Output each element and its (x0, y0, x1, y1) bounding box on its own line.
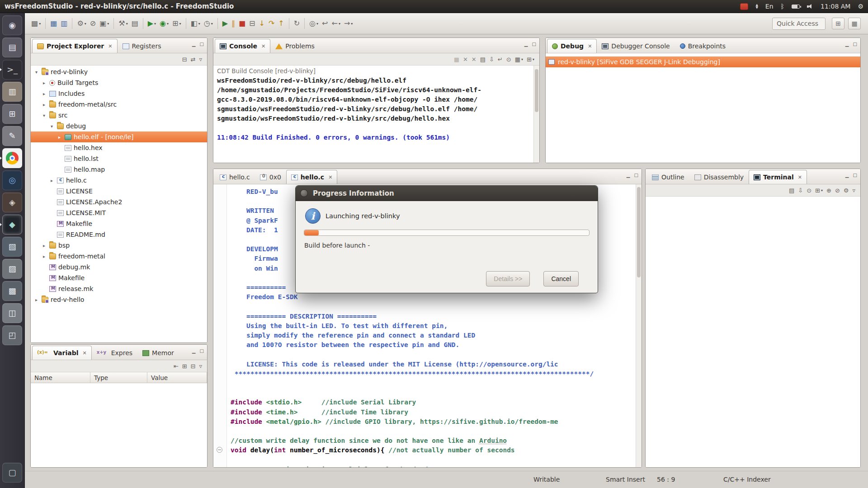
coverage-icon[interactable]: ◧▾ (189, 18, 202, 30)
launcher-freedomstudio[interactable]: ◆ (2, 215, 22, 235)
disconnect-terminal-icon[interactable]: ⊘ (834, 185, 841, 195)
open-perspective-icon[interactable]: ⊞ (832, 18, 844, 29)
outline-tab-outline[interactable]: Outline (647, 170, 689, 184)
console-scrollbar[interactable] (533, 66, 539, 163)
expander-icon[interactable]: ▸ (41, 91, 47, 96)
maximize-icon[interactable]: □ (853, 173, 857, 178)
tree-item-readme-md[interactable]: README.md (31, 229, 207, 240)
run-icon[interactable]: ▶▾ (146, 18, 157, 30)
debug-tab-debugger-console[interactable]: Debugger Console (597, 39, 675, 53)
maximize-icon[interactable]: □ (532, 42, 536, 47)
editor-tab-hello-c[interactable]: hello.c (215, 170, 255, 184)
launcher-dash-home[interactable]: ◉ (2, 15, 22, 35)
minimize-icon[interactable]: ▁ (627, 173, 630, 178)
last-edit-location-icon[interactable]: ↩ (321, 18, 329, 30)
word-wrap-icon[interactable]: ↵ (496, 54, 504, 64)
variables-tab-memor[interactable]: Memor (137, 346, 179, 360)
add-variable-icon[interactable]: ⊞ (181, 361, 189, 371)
launcher-chrome[interactable] (2, 148, 22, 168)
tree-item-bsp[interactable]: ▸bsp (31, 240, 207, 251)
maximize-icon[interactable]: □ (634, 173, 638, 178)
disconnect-icon[interactable]: ⊟ (248, 18, 256, 30)
cpp-perspective-icon[interactable]: ▦ (848, 18, 861, 29)
launcher-terminal[interactable]: >_ (2, 60, 22, 80)
maximize-icon[interactable]: □ (200, 42, 204, 47)
outline-tab-terminal[interactable]: Terminal✕ (749, 170, 807, 184)
minimize-icon[interactable]: ▁ (845, 42, 849, 47)
expander-icon[interactable]: ▾ (49, 124, 55, 129)
display-selected-console-icon[interactable]: ▦▾ (514, 54, 524, 64)
clear-terminal-icon[interactable]: ▤ (788, 185, 796, 195)
launcher-calculator[interactable]: ⊞ (2, 104, 22, 124)
terminate-icon[interactable]: ■ (453, 54, 461, 64)
tree-item-red-v-blinky[interactable]: ▾red-v-blinky (31, 66, 207, 77)
open-console-icon[interactable]: ⊞▾ (525, 54, 536, 64)
pin-terminal-icon[interactable]: ⊙ (805, 185, 813, 195)
step-return-icon[interactable]: ↑ (277, 18, 285, 30)
minimize-icon[interactable]: ▁ (524, 42, 528, 47)
remove-launch-icon[interactable]: ✕ (462, 54, 469, 64)
collapse-all-icon[interactable]: ⊟ (181, 54, 189, 64)
debug-icon[interactable]: ◉▾ (158, 18, 170, 30)
tree-item-makefile[interactable]: Makefile (31, 272, 207, 283)
clear-console-icon[interactable]: ▤ (479, 54, 487, 64)
suspend-icon[interactable]: ∥ (230, 18, 236, 30)
remove-all-launches-icon[interactable]: ✕ (470, 54, 478, 64)
tree-item-build-targets[interactable]: ▸Build Targets (31, 77, 207, 88)
tree-item-debug-mk[interactable]: debug.mk (31, 262, 207, 272)
scroll-lock-icon[interactable]: ⇩ (797, 185, 804, 195)
tree-item-freedom-metal[interactable]: ▸freedom-metal (31, 251, 207, 262)
expander-icon[interactable]: ▾ (33, 70, 39, 75)
mark-occurrences-icon[interactable]: ▣▾ (98, 18, 110, 30)
close-icon[interactable] (300, 189, 308, 197)
session-gear-icon[interactable]: ⚙ (858, 3, 863, 10)
console-tab-console[interactable]: Console✕ (215, 39, 270, 53)
terminal-body[interactable] (646, 197, 860, 467)
scrollbar-thumb[interactable] (637, 187, 641, 277)
tree-item-release-mk[interactable]: release.mk (31, 283, 207, 294)
expander-icon[interactable]: ▾ (41, 113, 47, 118)
tree-item-red-v-hello[interactable]: ▸red-v-hello (31, 294, 207, 305)
connect-terminal-icon[interactable]: ⊕ (825, 185, 833, 195)
dialog-titlebar[interactable]: Progress Information (296, 186, 598, 201)
indicator-icon[interactable] (740, 3, 748, 10)
tree-item-src[interactable]: ▾src (31, 110, 207, 121)
expander-icon[interactable]: ▸ (57, 135, 62, 140)
launcher-files[interactable]: ▤ (2, 38, 22, 57)
bluetooth-icon[interactable]: ᛒ (781, 3, 784, 10)
pin-console-icon[interactable]: ⊙ (505, 54, 513, 64)
save-icon[interactable]: ▦ (49, 18, 58, 30)
tree-item-hello-hex[interactable]: hello.hex (31, 142, 207, 153)
debug-session-row[interactable]: red-v-blinky [SiFive GDB SEGGER J-Link D… (546, 56, 860, 67)
back-icon[interactable]: ←▾ (330, 18, 342, 30)
column-header-type[interactable]: Type (90, 372, 147, 383)
cancel-button[interactable]: Cancel (543, 271, 579, 286)
keyboard-layout[interactable]: En (765, 3, 774, 10)
fold-marker[interactable]: − (217, 447, 222, 453)
variables-tab-variabl[interactable]: Variabl✕ (32, 346, 92, 360)
launcher-gimp[interactable]: ◈ (2, 192, 22, 212)
profile-icon[interactable]: ◷▾ (203, 18, 214, 30)
expander-icon[interactable]: ▸ (41, 243, 47, 248)
close-icon[interactable]: ✕ (328, 174, 332, 180)
launcher-text-editor[interactable]: ✎ (2, 126, 22, 146)
terminate-icon[interactable]: ■ (237, 18, 247, 30)
scrollbar-thumb[interactable] (535, 69, 538, 112)
forward-icon[interactable]: →▾ (343, 18, 354, 30)
project-explorer-tab-project-explorer[interactable]: Project Explorer✕ (32, 39, 118, 53)
save-all-icon[interactable]: ▥ (59, 18, 69, 30)
launcher-app-archive[interactable]: ▧ (2, 237, 22, 257)
close-icon[interactable]: ✕ (798, 174, 802, 180)
console-tab-problems[interactable]: Problems (270, 39, 320, 53)
build-icon[interactable]: ⚒▾ (117, 18, 129, 30)
view-menu-icon[interactable]: ▿ (851, 185, 857, 195)
tree-item-hello-c[interactable]: ▸hello.c (31, 175, 207, 186)
variables-body[interactable] (31, 383, 207, 467)
restart-icon[interactable]: ↻ (292, 18, 301, 30)
expander-icon[interactable]: ▸ (33, 297, 39, 302)
launcher-app-monitor[interactable]: ▩ (2, 281, 22, 301)
column-header-value[interactable]: Value (147, 372, 207, 383)
project-explorer-tab-registers[interactable]: Registers (118, 39, 166, 53)
tree-item-license[interactable]: LICENSE (31, 186, 207, 197)
resume-icon[interactable]: ▶ (221, 18, 229, 30)
